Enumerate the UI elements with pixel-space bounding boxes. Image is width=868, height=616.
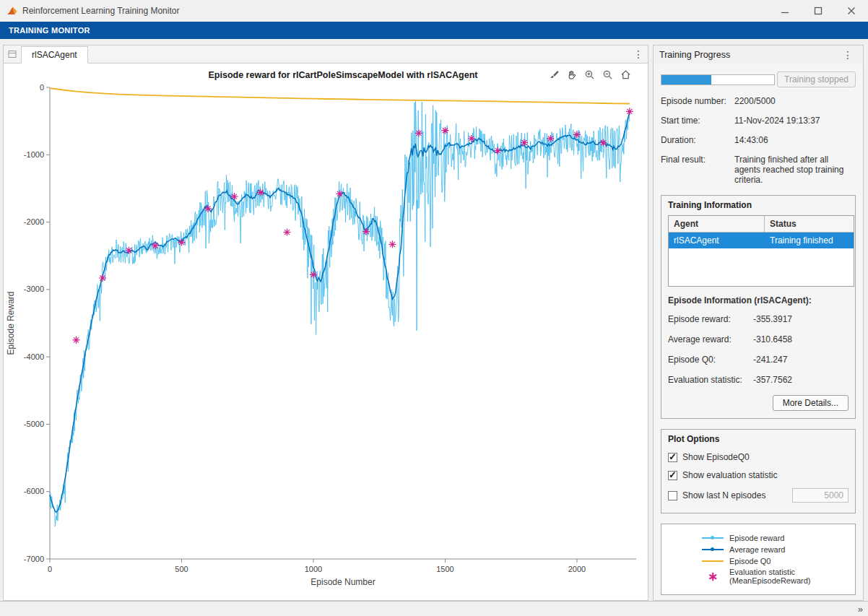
episode-q0-swatch-icon (702, 556, 724, 565)
svg-text:500: 500 (175, 565, 188, 573)
table-empty-area (669, 248, 854, 286)
svg-text:0: 0 (40, 83, 44, 92)
training-progress-title: Training Progress (659, 50, 730, 60)
training-summary: Episode number: 2200/5000 Start time: 11… (661, 96, 856, 185)
option-label: Show EpisodeQ0 (682, 452, 750, 462)
status-bar: » (0, 601, 868, 616)
svg-text:-3000: -3000 (24, 285, 44, 293)
plot-panel: rlSACAgent ⋮ Episode reward for rlCartPo… (3, 45, 648, 601)
svg-text:2000: 2000 (568, 565, 586, 573)
svg-text:1500: 1500 (436, 565, 453, 573)
episode-reward-swatch-icon (702, 533, 724, 542)
svg-text:-2000: -2000 (24, 217, 44, 226)
plot-tabstrip: rlSACAgent ⋮ (4, 45, 648, 64)
agent-cell: rlSACAgent (669, 233, 764, 248)
info-label: Average reward: (668, 334, 753, 344)
brush-icon[interactable] (545, 67, 561, 82)
info-label: Evaluation statistic: (668, 375, 753, 385)
tab-rlsacagent[interactable]: rlSACAgent (21, 46, 88, 64)
average-reward-swatch-icon (702, 545, 724, 554)
show-last-n-episodes-checkbox[interactable] (668, 491, 677, 500)
final-result-value: Training finished after all agents reach… (734, 155, 856, 185)
start-time-value: 11-Nov-2024 19:13:37 (734, 116, 856, 126)
episode-number-value: 2200/5000 (734, 96, 856, 106)
chart-legend: Episode reward Average reward Episode Q0… (661, 524, 856, 595)
evaluation-statistic-value: -357.7562 (753, 375, 849, 385)
svg-text:-6000: -6000 (24, 487, 44, 495)
more-details-button[interactable]: More Details... (773, 395, 849, 411)
home-icon[interactable] (617, 67, 633, 82)
info-label: Final result: (661, 155, 730, 185)
column-status: Status (764, 216, 854, 232)
window-title: Reinforcement Learning Training Monitor (22, 6, 179, 16)
show-episodeq0-checkbox[interactable] (668, 453, 677, 462)
axes-toolbar (545, 67, 633, 82)
info-label: Duration: (661, 135, 730, 145)
legend-item-evaluation-statistic: ∗ Evaluation statistic (MeanEpisodeRewar… (661, 568, 855, 585)
legend-item-average-reward: Average reward (661, 545, 855, 554)
episode-information: Episode reward: -355.3917 Average reward… (668, 314, 849, 385)
plot-options-group: Plot Options Show EpisodeQ0 Show evaluat… (661, 429, 856, 513)
episode-q0-line (50, 88, 630, 103)
info-label: Episode reward: (668, 314, 753, 324)
toolstrip: TRAINING MONITOR (0, 22, 868, 39)
reward-chart: Episode reward for rlCartPoleSimscapeMod… (4, 64, 648, 600)
asterisk-marker-icon: ∗ (702, 572, 724, 581)
window-controls (768, 0, 868, 22)
svg-text:-7000: -7000 (24, 555, 44, 563)
svg-text:1000: 1000 (305, 565, 322, 573)
average-reward-value: -310.6458 (753, 334, 849, 344)
training-stopped-button: Training stopped (777, 71, 856, 87)
reward-chart-area: Episode reward for rlCartPoleSimscapeMod… (4, 64, 648, 600)
agents-table-header: Agent Status (669, 216, 854, 233)
training-progress-panel: Training Progress ⋮ Training stopped Epi… (653, 45, 864, 601)
status-cell: Training finished (764, 233, 854, 248)
zoom-out-icon[interactable] (599, 67, 615, 82)
legend-item-episode-q0: Episode Q0 (661, 556, 855, 565)
show-last-n-episodes-option[interactable]: Show last N episodes (668, 488, 849, 503)
window-titlebar: Reinforcement Learning Training Monitor (0, 0, 868, 22)
option-label: Show evaluation statistic (682, 470, 777, 480)
double-arrow-right-icon[interactable]: » (858, 604, 868, 615)
episode-reward-value: -355.3917 (753, 314, 849, 324)
average-reward-line (50, 113, 630, 512)
episode-reward-line (50, 101, 630, 526)
minimize-button[interactable] (768, 0, 802, 22)
pan-hand-icon[interactable] (563, 67, 579, 82)
legend-item-episode-reward: Episode reward (661, 533, 855, 542)
training-progress-bar-fill (661, 75, 711, 84)
option-label: Show last N episodes (682, 490, 765, 500)
training-information-group: Training Information Agent Status rlSACA… (661, 195, 856, 419)
main-area: rlSACAgent ⋮ Episode reward for rlCartPo… (0, 45, 868, 601)
info-label: Episode Q0: (668, 355, 753, 365)
svg-text:-5000: -5000 (24, 420, 44, 428)
progress-row: Training stopped (661, 71, 856, 87)
y-axis-label: Episode Reward (6, 291, 16, 355)
plot-panel-menu-icon[interactable]: ⋮ (629, 47, 648, 61)
agents-table: Agent Status rlSACAgent Training finishe… (668, 215, 854, 287)
training-progress-menu-icon[interactable]: ⋮ (838, 48, 857, 62)
last-n-episodes-input (792, 488, 849, 503)
axes-lines (50, 87, 636, 559)
show-episodeq0-option[interactable]: Show EpisodeQ0 (668, 452, 849, 462)
table-row[interactable]: rlSACAgent Training finished (669, 233, 854, 248)
duration-value: 14:43:06 (734, 135, 856, 145)
info-label: Start time: (661, 116, 730, 126)
close-button[interactable] (835, 0, 868, 22)
show-evaluation-statistic-checkbox[interactable] (668, 471, 677, 480)
plot-options-title: Plot Options (668, 434, 849, 444)
zoom-in-icon[interactable] (581, 67, 597, 82)
show-evaluation-statistic-option[interactable]: Show evaluation statistic (668, 470, 849, 480)
svg-text:-4000: -4000 (24, 352, 44, 361)
info-label: Episode number: (661, 96, 730, 106)
maximize-button[interactable] (802, 0, 835, 22)
episode-q0-value: -241.247 (753, 355, 849, 365)
matlab-logo-icon (6, 5, 17, 17)
tab-training-monitor[interactable]: TRAINING MONITOR (0, 22, 99, 39)
chart-title: Episode reward for rlCartPoleSimscapeMod… (209, 70, 479, 80)
training-progress-header: Training Progress ⋮ (654, 45, 863, 64)
episode-information-title: Episode Information (rlSACAgent): (668, 295, 849, 305)
x-axis-label: Episode Number (311, 577, 375, 587)
tab-list-icon[interactable] (4, 45, 21, 63)
training-information-title: Training Information (668, 200, 849, 210)
